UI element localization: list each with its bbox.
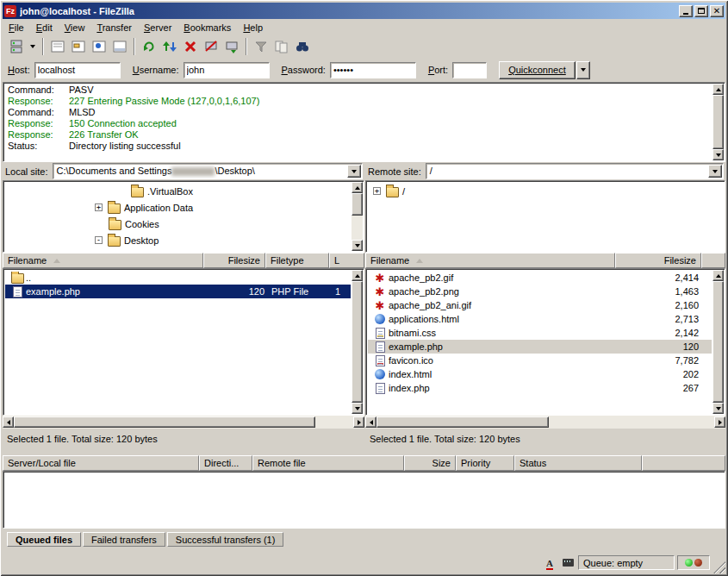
minimize-icon <box>683 13 688 15</box>
queue-column-priority[interactable]: Priority <box>456 455 514 471</box>
find-button[interactable] <box>292 37 313 56</box>
menu-file[interactable]: File <box>3 21 30 34</box>
scrollbar-thumb[interactable] <box>376 416 549 428</box>
local-column-filesize[interactable]: Filesize <box>203 253 265 268</box>
tree-item-application-data[interactable]: + Application Data <box>5 199 351 216</box>
local-list-scrollbar[interactable] <box>352 270 363 414</box>
expand-plus-icon[interactable]: + <box>373 187 381 195</box>
scroll-up-button[interactable] <box>712 270 724 281</box>
toggle-local-tree-button[interactable] <box>68 37 89 56</box>
scrollbar-thumb[interactable] <box>712 95 724 149</box>
scroll-left-button[interactable] <box>3 416 14 428</box>
scroll-up-button[interactable] <box>352 270 363 281</box>
scroll-up-button[interactable] <box>712 84 724 95</box>
remote-site-combobox[interactable]: / <box>426 163 724 179</box>
compare-button[interactable] <box>271 37 292 56</box>
quickconnect-dropdown-button[interactable] <box>576 61 590 79</box>
disconnect-button[interactable] <box>201 37 221 56</box>
process-queue-button[interactable] <box>159 37 180 56</box>
remote-list-scrollbar[interactable] <box>712 270 724 414</box>
remote-file-row-selected[interactable]: example.php 120 <box>368 340 712 354</box>
collapse-minus-icon[interactable]: - <box>95 236 103 244</box>
status-icon-port[interactable] <box>560 556 576 570</box>
refresh-button[interactable] <box>139 37 159 56</box>
local-site-dropdown-button[interactable] <box>347 165 361 178</box>
scrollbar-thumb[interactable] <box>352 193 363 216</box>
menu-server[interactable]: Server <box>138 21 177 34</box>
toggle-remote-tree-button[interactable] <box>89 37 109 56</box>
scroll-down-button[interactable] <box>352 403 363 414</box>
reconnect-button[interactable] <box>221 37 242 56</box>
filter-button[interactable] <box>251 37 271 56</box>
menu-view[interactable]: View <box>59 21 91 34</box>
menu-help[interactable]: Help <box>237 21 269 34</box>
host-input[interactable] <box>34 62 121 78</box>
remote-site-dropdown-button[interactable] <box>708 165 722 178</box>
scroll-down-button[interactable] <box>712 149 724 160</box>
scroll-right-button[interactable] <box>353 416 364 428</box>
local-file-row-selected[interactable]: example.php 120 PHP File 1 <box>5 285 351 298</box>
remote-file-row[interactable]: apache_pb2.gif 2,414 <box>368 271 712 285</box>
quickconnect-button[interactable]: Quickconnect <box>499 61 576 79</box>
queue-column-server-local-file[interactable]: Server/Local file <box>3 455 199 471</box>
scroll-left-button[interactable] <box>365 416 376 428</box>
file-name: .. <box>26 272 31 283</box>
tree-item-root[interactable]: + / <box>368 183 712 199</box>
cancel-button[interactable] <box>180 37 201 56</box>
queue-column-size[interactable]: Size <box>404 455 456 471</box>
queue-column-direction[interactable]: Directi... <box>199 455 252 471</box>
username-input[interactable] <box>184 62 270 78</box>
local-tree-scrollbar[interactable] <box>352 182 363 251</box>
status-icon-a[interactable] <box>542 556 557 570</box>
remote-file-row[interactable]: apache_pb2.png 1,463 <box>368 285 712 298</box>
scrollbar-thumb[interactable] <box>352 281 363 403</box>
close-button[interactable]: ✕ <box>710 5 724 17</box>
site-manager-button[interactable] <box>6 37 27 56</box>
scroll-down-button[interactable] <box>712 403 724 414</box>
disconnect-icon <box>203 39 219 54</box>
scroll-up-button[interactable] <box>352 182 363 193</box>
queue-column-status[interactable]: Status <box>514 455 642 471</box>
expand-plus-icon[interactable]: + <box>95 203 103 211</box>
menu-transfer[interactable]: Transfer <box>90 21 138 34</box>
scrollbar-thumb[interactable] <box>712 281 724 403</box>
port-input[interactable] <box>452 62 487 78</box>
local-file-row[interactable]: .. <box>5 271 351 285</box>
password-input[interactable] <box>330 62 416 78</box>
menu-bookmarks[interactable]: Bookmarks <box>177 21 237 34</box>
queue-column-remote-file[interactable]: Remote file <box>252 455 404 471</box>
remote-file-row[interactable]: favicon.ico 7,782 <box>368 354 712 367</box>
toggle-queue-button[interactable] <box>109 37 130 56</box>
remote-file-row[interactable]: bitnami.css 2,142 <box>368 326 712 340</box>
transfer-queue-list[interactable] <box>3 471 725 529</box>
remote-file-row[interactable]: applications.html 2,713 <box>368 312 712 326</box>
scroll-down-button[interactable] <box>352 240 363 251</box>
remote-column-filename[interactable]: Filename <box>365 253 615 268</box>
local-column-filename[interactable]: Filename <box>3 253 203 268</box>
local-horizontal-scrollbar[interactable] <box>3 416 364 429</box>
remote-horizontal-scrollbar[interactable] <box>365 416 725 429</box>
remote-file-row[interactable]: apache_pb2_ani.gif 2,160 <box>368 298 712 312</box>
tree-item-cookies[interactable]: Cookies <box>5 216 351 232</box>
minimize-button[interactable] <box>679 5 693 17</box>
toggle-message-log-button[interactable] <box>47 37 68 56</box>
tab-queued-files[interactable]: Queued files <box>7 532 81 547</box>
maximize-button[interactable] <box>694 5 708 17</box>
tab-failed-transfers[interactable]: Failed transfers <box>83 532 165 547</box>
remote-file-row[interactable]: index.php 267 <box>368 381 712 395</box>
local-column-last-modified[interactable]: L <box>329 253 364 268</box>
menu-edit[interactable]: Edit <box>30 21 59 34</box>
title-bar[interactable]: Fz john@localhost - FileZilla ✕ <box>3 3 725 19</box>
local-site-combobox[interactable]: C:\Documents and Settings\Desktop\ <box>53 163 363 179</box>
local-column-filetype[interactable]: Filetype <box>265 253 329 268</box>
tab-successful-transfers[interactable]: Successful transfers (1) <box>167 532 284 547</box>
tree-item-virtualbox[interactable]: .VirtualBox <box>5 183 351 199</box>
log-line: Response: 150 Connection accepted <box>5 118 712 129</box>
scroll-right-button[interactable] <box>714 416 725 428</box>
scrollbar-thumb[interactable] <box>14 416 315 428</box>
remote-column-filesize[interactable]: Filesize <box>615 253 701 268</box>
tree-item-desktop[interactable]: - Desktop <box>5 232 351 248</box>
log-scrollbar[interactable] <box>712 84 724 160</box>
site-manager-dropdown-button[interactable] <box>27 37 39 56</box>
remote-file-row[interactable]: index.html 202 <box>368 367 712 381</box>
